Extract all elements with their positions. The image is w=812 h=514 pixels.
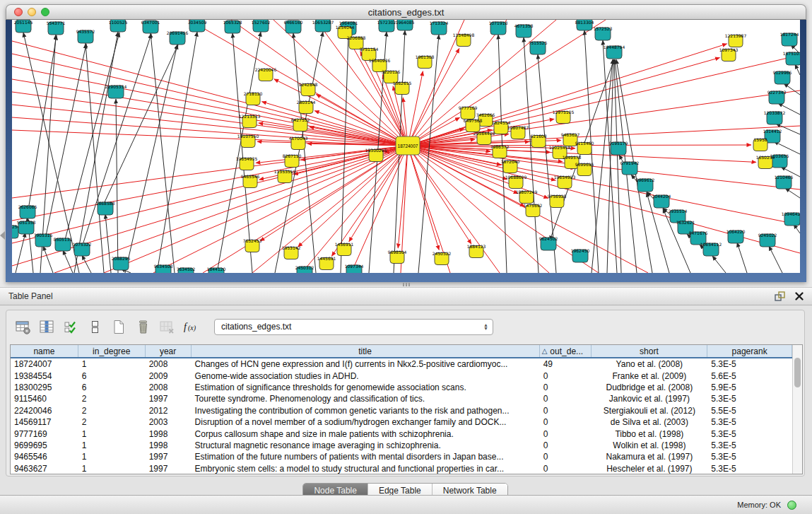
network-node[interactable] (278, 171, 292, 183)
delete-table-icon[interactable] (134, 317, 153, 337)
minimize-window-button[interactable] (28, 8, 36, 16)
network-node[interactable] (110, 20, 126, 32)
network-node[interactable] (461, 107, 475, 119)
table-row[interactable]: 946554611997Estimation of the future num… (11, 451, 792, 462)
close-icon[interactable] (792, 289, 806, 303)
network-node[interactable] (396, 136, 420, 155)
network-node[interactable] (775, 71, 790, 84)
network-node[interactable] (622, 162, 637, 175)
network-node[interactable] (526, 205, 540, 217)
network-node[interactable] (372, 60, 387, 72)
network-node[interactable] (577, 143, 592, 155)
network-node[interactable] (208, 268, 224, 273)
table-row[interactable]: 2242004622012Investigating the contribut… (11, 405, 792, 416)
network-node[interactable] (20, 206, 35, 218)
network-node[interactable] (78, 30, 93, 43)
network-node[interactable] (155, 265, 171, 273)
table-row[interactable]: 1872400712008Changes of HCN gene express… (11, 358, 792, 370)
table-row[interactable]: 946362711997Embryonic stem cells: a mode… (11, 463, 792, 474)
network-node[interactable] (703, 243, 719, 256)
float-panel-icon[interactable] (772, 289, 787, 303)
network-node[interactable] (240, 158, 254, 170)
network-node[interactable] (758, 157, 772, 169)
stacked-boxes-icon[interactable] (86, 317, 105, 337)
network-node[interactable] (466, 120, 480, 132)
network-node[interactable] (18, 221, 34, 234)
network-node[interactable] (690, 232, 706, 245)
horizontal-splitter[interactable] (0, 282, 812, 287)
network-node[interactable] (397, 20, 413, 30)
network-node[interactable] (315, 20, 331, 32)
network-node[interactable] (293, 119, 307, 132)
network-node[interactable] (418, 57, 432, 69)
network-node[interactable] (55, 238, 71, 251)
network-node[interactable] (259, 69, 273, 81)
collapse-west-panel-arrow-icon[interactable] (0, 231, 5, 240)
network-node[interactable] (678, 221, 693, 234)
column-header-year[interactable]: year (146, 345, 192, 357)
network-node[interactable] (728, 230, 743, 243)
network-node[interactable] (769, 91, 784, 104)
network-node[interactable] (369, 150, 383, 162)
network-node[interactable] (390, 252, 404, 264)
splitter-grip-icon[interactable] (403, 283, 411, 286)
column-header-pagerank[interactable]: pagerank (707, 345, 792, 357)
vertical-scrollbar[interactable] (792, 345, 802, 474)
network-node[interactable] (477, 133, 491, 145)
network-node[interactable] (457, 35, 471, 47)
table-row[interactable]: 1456911722003Disruption of a novel membe… (11, 416, 792, 428)
network-node[interactable] (301, 84, 315, 96)
network-node[interactable] (245, 240, 259, 252)
network-node[interactable] (12, 226, 18, 238)
network-node[interactable] (349, 37, 363, 49)
table-row[interactable]: 1830029562008Estimation of significance … (11, 382, 792, 393)
network-node[interactable] (782, 33, 797, 46)
table-row[interactable]: 977716911998Corpus callosum shape and si… (11, 428, 792, 439)
network-node[interactable] (48, 22, 64, 35)
column-header-out_de[interactable]: △out_de... (540, 345, 592, 357)
network-node[interactable] (16, 20, 31, 33)
network-node[interactable] (595, 28, 611, 40)
network-node[interactable] (241, 136, 255, 148)
network-node[interactable] (178, 268, 194, 273)
network-node[interactable] (577, 164, 592, 176)
close-window-button[interactable] (14, 8, 23, 16)
table-row[interactable]: 911546021997Tourette syndrome. Phenomeno… (11, 393, 792, 404)
network-node[interactable] (494, 122, 508, 134)
network-node[interactable] (490, 22, 506, 35)
network-node[interactable] (776, 176, 792, 189)
network-node[interactable] (74, 243, 90, 256)
network-node[interactable] (297, 267, 312, 273)
network-node[interactable] (338, 27, 352, 39)
network-node[interactable] (577, 20, 592, 30)
network-node[interactable] (509, 177, 523, 189)
column-header-in_degree[interactable]: in_degree (78, 345, 146, 357)
network-node[interactable] (729, 35, 743, 47)
network-node[interactable] (435, 253, 449, 265)
network-node[interactable] (753, 139, 767, 151)
network-node[interactable] (722, 49, 736, 62)
network-node[interactable] (531, 136, 546, 148)
network-node[interactable] (108, 86, 124, 98)
network-node[interactable] (384, 71, 398, 83)
network-node[interactable] (170, 32, 185, 45)
network-node[interactable] (189, 20, 205, 32)
table-selector-dropdown[interactable]: citations_edges.txt ▲▼ (214, 319, 493, 335)
function-builder-icon[interactable]: f(x) (182, 317, 201, 337)
network-node[interactable] (563, 134, 577, 146)
network-node[interactable] (550, 196, 564, 208)
network-node[interactable] (572, 250, 588, 262)
network-node[interactable] (35, 234, 51, 247)
network-node[interactable] (493, 146, 507, 158)
network-node[interactable] (143, 21, 158, 33)
network-node[interactable] (242, 116, 257, 128)
network-node[interactable] (556, 112, 570, 124)
network-node[interactable] (519, 192, 534, 204)
network-node[interactable] (362, 49, 376, 61)
network-node[interactable] (767, 112, 782, 124)
network-node[interactable] (286, 21, 301, 33)
network-node[interactable] (291, 138, 305, 150)
network-node[interactable] (246, 93, 260, 105)
network-canvas[interactable]: 2051145554377194355721100525634700120691… (12, 20, 800, 273)
table-settings-icon[interactable] (13, 317, 33, 337)
